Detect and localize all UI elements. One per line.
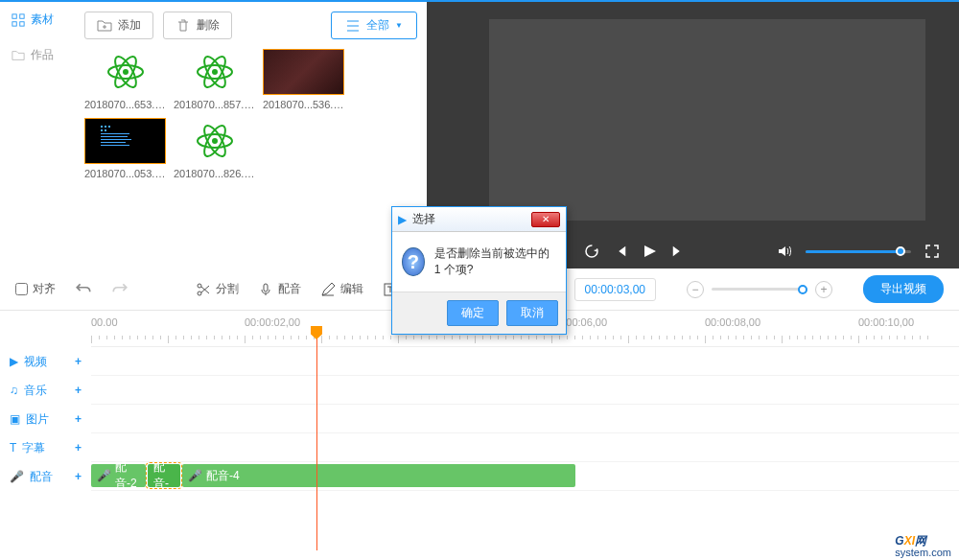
track-music[interactable]: ♫音乐+ bbox=[0, 376, 91, 405]
timeline: ▶视频+ ♫音乐+ ▣图片+ T字幕+ 🎤配音+ 00.00 00:00:02,… bbox=[0, 311, 959, 550]
play-icon[interactable] bbox=[642, 244, 657, 259]
prev-icon[interactable] bbox=[613, 244, 628, 259]
svg-rect-18 bbox=[101, 133, 129, 134]
media-item[interactable]: 2018070...536.mp4 bbox=[263, 49, 344, 110]
voice-button[interactable]: 配音 bbox=[258, 281, 301, 297]
svg-rect-17 bbox=[105, 129, 106, 131]
track-row[interactable]: 🎤配音-2 配音- 🎤配音-4 bbox=[91, 462, 959, 491]
chevron-down-icon: ▼ bbox=[395, 21, 403, 30]
filter-all-button[interactable]: 全部 ▼ bbox=[331, 12, 417, 39]
svg-point-26 bbox=[212, 138, 218, 144]
svg-point-11 bbox=[212, 69, 218, 75]
tab-works[interactable]: 作品 bbox=[0, 37, 77, 73]
voice-label: 配音 bbox=[278, 281, 301, 297]
track-image[interactable]: ▣图片+ bbox=[0, 405, 91, 433]
question-icon: ? bbox=[402, 247, 425, 276]
track-labels: ▶视频+ ♫音乐+ ▣图片+ T字幕+ 🎤配音+ bbox=[0, 347, 91, 491]
timeline-main[interactable]: 00.00 00:00:02,00 00:00:04,00 00:00:06,0… bbox=[91, 311, 959, 550]
media-item[interactable]: 2018070...053.mp4 bbox=[84, 118, 166, 179]
app-icon: ▶ bbox=[398, 213, 407, 226]
dialog-footer: 确定 取消 bbox=[392, 292, 566, 334]
dialog-titlebar[interactable]: ▶ 选择 ✕ bbox=[392, 207, 566, 232]
split-button[interactable]: 分割 bbox=[196, 281, 239, 297]
align-button[interactable]: 对齐 bbox=[15, 281, 56, 297]
delete-label: 删除 bbox=[197, 17, 220, 34]
track-row[interactable] bbox=[91, 433, 959, 462]
media-grid: 2018070...653.mp4 2018070...857.mp4 2018… bbox=[84, 49, 417, 179]
media-area: 添加 删除 全部 ▼ 2018070...653.mp4 2018070...8… bbox=[77, 2, 427, 268]
audio-clip[interactable]: 🎤配音-2 bbox=[91, 464, 146, 487]
scissors-icon bbox=[196, 282, 211, 297]
undo-button[interactable] bbox=[75, 281, 92, 298]
svg-rect-21 bbox=[101, 142, 126, 143]
zoom-control: − + bbox=[687, 281, 832, 298]
next-icon[interactable] bbox=[670, 244, 686, 259]
media-item[interactable]: 2018070...653.mp4 bbox=[84, 49, 166, 110]
svg-rect-3 bbox=[20, 21, 24, 25]
folder-icon bbox=[12, 49, 25, 62]
playhead[interactable] bbox=[316, 332, 317, 550]
text-icon: T bbox=[10, 441, 16, 455]
svg-rect-22 bbox=[101, 145, 129, 146]
svg-rect-30 bbox=[264, 284, 268, 292]
add-track-button[interactable]: + bbox=[75, 384, 82, 397]
pencil-icon bbox=[320, 282, 336, 297]
dialog-title-text: 选择 bbox=[412, 211, 435, 227]
media-thumb bbox=[174, 118, 255, 164]
track-subtitle[interactable]: T字幕+ bbox=[0, 433, 91, 462]
audio-clip[interactable]: 配音- bbox=[148, 464, 180, 487]
add-track-button[interactable]: + bbox=[75, 412, 82, 426]
audio-clip[interactable]: 🎤配音-4 bbox=[182, 464, 575, 487]
export-button[interactable]: 导出视频 bbox=[863, 275, 944, 303]
add-button[interactable]: 添加 bbox=[84, 12, 153, 39]
left-tabs: 素材 作品 bbox=[0, 2, 77, 268]
delete-button[interactable]: 删除 bbox=[163, 12, 232, 39]
media-item[interactable]: 2018070...826.mp4 bbox=[174, 118, 255, 179]
track-row[interactable] bbox=[91, 376, 959, 405]
timecode-display[interactable]: 00:00:03,00 bbox=[574, 278, 656, 301]
video-icon: ▶ bbox=[10, 355, 18, 368]
dialog-body: ? 是否删除当前被选中的 1 个项? bbox=[392, 232, 566, 292]
add-track-button[interactable]: + bbox=[75, 441, 82, 455]
music-icon: ♫ bbox=[10, 384, 18, 397]
media-name: 2018070...053.mp4 bbox=[84, 168, 166, 179]
edit-button[interactable]: 编辑 bbox=[320, 281, 363, 297]
zoom-slider[interactable] bbox=[712, 288, 807, 291]
volume-icon[interactable] bbox=[777, 244, 792, 259]
zoom-in-button[interactable]: + bbox=[815, 281, 832, 298]
svg-point-7 bbox=[123, 69, 129, 75]
tab-materials[interactable]: 素材 bbox=[0, 2, 77, 37]
align-checkbox[interactable] bbox=[15, 283, 28, 295]
media-item[interactable]: 2018070...857.mp4 bbox=[174, 49, 255, 110]
svg-rect-1 bbox=[20, 13, 24, 17]
add-track-button[interactable]: + bbox=[75, 470, 82, 483]
media-thumb bbox=[263, 49, 344, 95]
add-folder-icon bbox=[97, 18, 112, 34]
redo-button[interactable] bbox=[111, 281, 129, 298]
zoom-out-button[interactable]: − bbox=[687, 281, 704, 298]
track-voice[interactable]: 🎤配音+ bbox=[0, 462, 91, 491]
grid-icon bbox=[12, 13, 25, 27]
fullscreen-icon[interactable] bbox=[924, 244, 940, 259]
preview-screen bbox=[489, 19, 925, 221]
svg-rect-13 bbox=[101, 126, 103, 128]
volume-slider[interactable] bbox=[806, 250, 911, 253]
watermark: GXI网 system.com bbox=[895, 525, 951, 558]
tab-materials-label: 素材 bbox=[31, 12, 54, 28]
svg-rect-2 bbox=[12, 21, 16, 25]
track-row[interactable] bbox=[91, 405, 959, 433]
track-row[interactable] bbox=[91, 347, 959, 376]
media-name: 2018070...857.mp4 bbox=[174, 99, 255, 110]
close-button[interactable]: ✕ bbox=[531, 212, 560, 227]
tracks-area: 🎤配音-2 配音- 🎤配音-4 bbox=[91, 347, 959, 491]
media-name: 2018070...653.mp4 bbox=[84, 99, 166, 110]
cancel-button[interactable]: 取消 bbox=[506, 300, 558, 326]
track-video[interactable]: ▶视频+ bbox=[0, 347, 91, 376]
media-thumb bbox=[84, 49, 166, 95]
add-track-button[interactable]: + bbox=[75, 355, 82, 368]
ok-button[interactable]: 确定 bbox=[447, 300, 499, 326]
rotate-icon[interactable] bbox=[584, 244, 599, 259]
edit-label: 编辑 bbox=[340, 281, 363, 297]
confirm-dialog: ▶ 选择 ✕ ? 是否删除当前被选中的 1 个项? 确定 取消 bbox=[391, 206, 567, 335]
svg-point-28 bbox=[198, 284, 201, 288]
